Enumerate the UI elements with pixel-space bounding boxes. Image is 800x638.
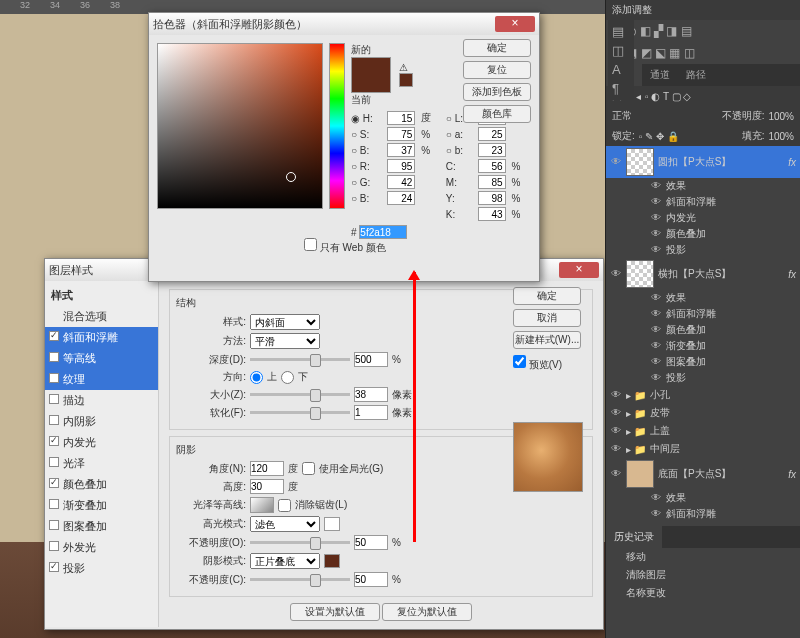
bevel-method-select[interactable]: 平滑 [250,333,320,349]
folder-row[interactable]: 👁▸ 📁上盖 [606,422,800,440]
fx-item[interactable]: 👁内发光 [606,210,800,226]
size-input[interactable] [354,387,388,402]
style-inner-glow[interactable]: 内发光 [45,432,158,453]
color-icon[interactable]: ▤ [612,24,630,39]
style-texture[interactable]: 纹理 [45,369,158,390]
channels-tab[interactable]: 通道 [642,64,678,86]
k-input[interactable] [478,207,506,221]
y-input[interactable] [478,191,506,205]
layer-row[interactable]: 👁 横扣【P大点S】 fx [606,258,800,290]
layer-thumb[interactable] [626,148,654,176]
soften-slider[interactable] [250,411,350,414]
m-input[interactable] [478,175,506,189]
reset-button[interactable]: 复位 [463,61,531,79]
styles-header[interactable]: 样式 [45,285,158,306]
fx-item[interactable]: 👁图案叠加 [606,354,800,370]
antialias-check[interactable] [278,499,291,512]
style-stroke[interactable]: 描边 [45,390,158,411]
fx-item[interactable]: 👁投影 [606,370,800,386]
history-item[interactable]: 移动 [606,548,800,566]
fx-item[interactable]: 👁颜色叠加 [606,226,800,242]
highlight-color-swatch[interactable] [324,517,340,531]
highlight-opacity-input[interactable] [354,535,388,550]
r-input[interactable] [387,159,415,173]
folder-row[interactable]: 👁▸ 📁小孔 [606,386,800,404]
fx-item[interactable]: 👁效果 [606,178,800,194]
b2-input[interactable] [387,191,415,205]
style-gradient-overlay[interactable]: 渐变叠加 [45,495,158,516]
fx-item[interactable]: 👁斜面和浮雕 [606,306,800,322]
shadow-opacity-input[interactable] [354,572,388,587]
close-icon[interactable]: × [559,262,599,278]
preview-check[interactable] [513,355,526,368]
layer-row[interactable]: 👁 圆扣【P大点S】 fx [606,146,800,178]
altitude-input[interactable] [250,479,284,494]
hue-slider[interactable] [329,43,345,209]
style-contour[interactable]: 等高线 [45,348,158,369]
fx-item[interactable]: 👁效果 [606,290,800,306]
a-input[interactable] [478,127,506,141]
style-inner-shadow[interactable]: 内阴影 [45,411,158,432]
picker-titlebar[interactable]: 拾色器（斜面和浮雕阴影颜色） × [149,13,539,35]
size-slider[interactable] [250,393,350,396]
dir-down[interactable] [281,371,294,384]
angle-input[interactable] [250,461,284,476]
reset-default-button[interactable]: 复位为默认值 [382,603,472,621]
hex-input[interactable] [359,225,407,239]
style-pattern-overlay[interactable]: 图案叠加 [45,516,158,537]
bevel-style-select[interactable]: 内斜面 [250,314,320,330]
fx-item[interactable]: 👁投影 [606,242,800,258]
s-input[interactable] [387,127,415,141]
adjustment-icons-2[interactable]: ◪ ⬔ ◩ ⬕ ▦ ◫ [606,42,800,64]
style-satin[interactable]: 光泽 [45,453,158,474]
style-outer-glow[interactable]: 外发光 [45,537,158,558]
layer-thumb[interactable] [626,260,654,288]
new-style-button[interactable]: 新建样式(W)... [513,331,581,349]
type-icon[interactable]: A [612,62,630,77]
blend-options[interactable]: 混合选项 [45,306,158,327]
style-color-overlay[interactable]: 颜色叠加 [45,474,158,495]
close-icon[interactable]: × [495,16,535,32]
fx-item[interactable]: 👁渐变叠加 [606,338,800,354]
style-bevel[interactable]: 斜面和浮雕 [45,327,158,348]
h-input[interactable] [387,111,415,125]
add-swatch-button[interactable]: 添加到色板 [463,83,531,101]
layer-row[interactable]: 👁 底面【P大点S】 fx [606,458,800,490]
highlight-mode-select[interactable]: 滤色 [250,516,320,532]
cancel-button[interactable]: 取消 [513,309,581,327]
visibility-icon[interactable]: 👁 [610,268,622,280]
ok-button[interactable]: 确定 [513,287,581,305]
make-default-button[interactable]: 设置为默认值 [290,603,380,621]
shadow-mode-select[interactable]: 正片叠底 [250,553,320,569]
history-tab[interactable]: 历史记录 [606,526,662,548]
fx-item[interactable]: 👁斜面和浮雕 [606,194,800,210]
style-drop-shadow[interactable]: 投影 [45,558,158,579]
fx-item[interactable]: 👁颜色叠加 [606,322,800,338]
b-input[interactable] [478,143,506,157]
history-item[interactable]: 名称更改 [606,584,800,602]
fx-item[interactable]: 👁斜面和浮雕 [606,506,800,522]
folder-row[interactable]: 👁▸ 📁皮带 [606,404,800,422]
adjustment-icons[interactable]: ☀ ◐ ◧ ▞ ◨ ▤ [606,20,800,42]
g-input[interactable] [387,175,415,189]
paragraph-icon[interactable]: ¶ [612,81,630,96]
web-only-check[interactable]: 只有 Web 颜色 [304,238,386,255]
soften-input[interactable] [354,405,388,420]
c-input[interactable] [478,159,506,173]
shadow-opacity-slider[interactable] [250,578,350,581]
folder-row[interactable]: 👁▸ 📁中间层 [606,440,800,458]
highlight-opacity-slider[interactable] [250,541,350,544]
shadow-color-swatch[interactable] [324,554,340,568]
b1-input[interactable] [387,143,415,157]
nearest-swatch[interactable] [399,73,413,87]
color-field[interactable] [157,43,323,209]
dir-up[interactable] [250,371,263,384]
global-light-check[interactable] [302,462,315,475]
color-lib-button[interactable]: 颜色库 [463,105,531,123]
ok-button[interactable]: 确定 [463,39,531,57]
history-item[interactable]: 清除图层 [606,566,800,584]
fx-item[interactable]: 👁效果 [606,490,800,506]
swatches-icon[interactable]: ◫ [612,43,630,58]
visibility-icon[interactable]: 👁 [610,156,622,168]
gloss-contour-icon[interactable] [250,497,274,513]
